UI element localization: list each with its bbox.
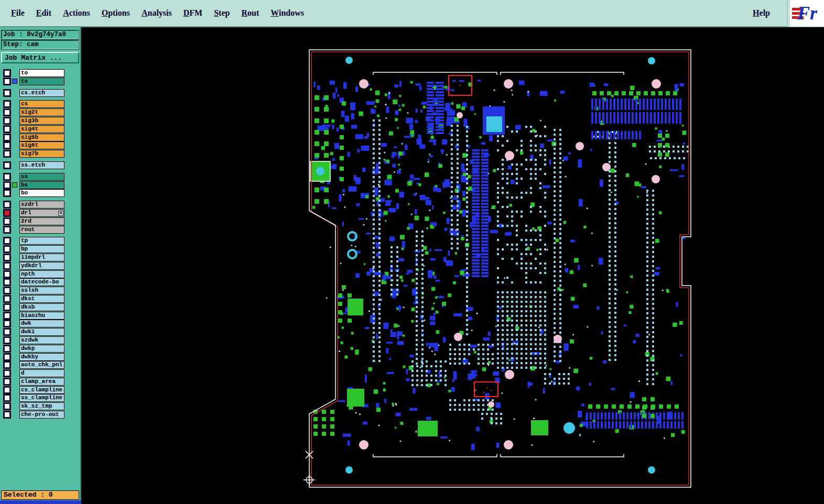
menu-dfm[interactable]: DFM: [178, 6, 208, 20]
layer-visibility-checkbox[interactable]: [3, 394, 11, 402]
layer-label-rout[interactable]: rout: [19, 226, 64, 234]
layer-visibility-checkbox[interactable]: [3, 226, 11, 234]
layer-row-datecode-bo: datecode-bo: [0, 278, 81, 286]
layer-row-sig3b: sig3b: [0, 117, 81, 125]
menu-rout[interactable]: Rout: [235, 6, 265, 20]
layer-visibility-checkbox[interactable]: [3, 353, 11, 361]
layer-label-tp[interactable]: tp: [19, 237, 64, 245]
layer-label-sig3b[interactable]: sig3b: [19, 117, 64, 125]
layer-visibility-checkbox[interactable]: [3, 141, 11, 149]
layer-label-sig5b[interactable]: sig5b: [19, 134, 64, 141]
layer-visibility-checkbox[interactable]: [3, 237, 11, 245]
layer-visibility-checkbox[interactable]: [3, 270, 11, 278]
layer-label-cs[interactable]: cs: [19, 100, 64, 108]
app-logo: Fr: [789, 0, 824, 27]
layer-label-cs.etch[interactable]: cs.etch: [19, 89, 64, 97]
layer-visibility-checkbox[interactable]: [3, 411, 11, 419]
layer-visibility-checkbox[interactable]: [3, 209, 11, 217]
layer-label-bs[interactable]: bs: [19, 181, 64, 189]
layer-label-sig6t[interactable]: sig6t: [19, 141, 64, 149]
layer-row-sig6t: sig6t: [0, 141, 81, 149]
layer-visibility-checkbox[interactable]: [3, 386, 11, 394]
layer-label-npth[interactable]: npth: [19, 270, 64, 278]
layer-label-auto_chk_pnl[interactable]: auto_chk_pnl: [19, 361, 64, 369]
layer-visibility-checkbox[interactable]: [3, 262, 11, 270]
layer-label-ydkdrl[interactable]: ydkdrl: [19, 262, 64, 270]
menu-edit[interactable]: Edit: [30, 6, 57, 20]
layer-label-ts[interactable]: ts: [19, 78, 64, 85]
layer-visibility-checkbox[interactable]: [3, 303, 11, 311]
layer-visibility-checkbox[interactable]: [3, 125, 11, 133]
layer-label-ss_clampline[interactable]: ss_clampline: [19, 394, 64, 402]
layer-visibility-checkbox[interactable]: [3, 100, 11, 108]
layer-visibility-checkbox[interactable]: [3, 181, 11, 189]
layer-visibility-checkbox[interactable]: [3, 287, 11, 294]
menu-analysis[interactable]: Analysis: [136, 6, 178, 20]
layer-label-drl[interactable]: drl⊞: [19, 209, 64, 217]
menu-step[interactable]: Step: [208, 6, 235, 20]
menu-actions[interactable]: Actions: [57, 6, 96, 20]
layer-label-clamp_area[interactable]: clamp_area: [19, 378, 64, 386]
layer-row-2rd: 2rd: [0, 217, 81, 225]
layer-label-cs_clampline[interactable]: cs_clampline: [19, 386, 64, 394]
layer-visibility-checkbox[interactable]: [3, 254, 11, 261]
layer-label-dwk[interactable]: dwk: [19, 320, 64, 327]
layer-visibility-checkbox[interactable]: [3, 217, 11, 225]
layer-label-sslsh[interactable]: sslsh: [19, 287, 64, 294]
layer-visibility-checkbox[interactable]: [3, 89, 11, 97]
layer-label-to[interactable]: to: [19, 69, 64, 77]
layer-visibility-checkbox[interactable]: [3, 117, 11, 125]
layer-label-sig4t[interactable]: sig4t: [19, 125, 64, 133]
layer-label-bo[interactable]: bo: [19, 189, 64, 197]
layer-visibility-checkbox[interactable]: [3, 189, 11, 197]
layer-label-bp[interactable]: bp: [19, 245, 64, 253]
layer-label-2rd[interactable]: 2rd: [19, 217, 64, 225]
layer-visibility-checkbox[interactable]: [3, 201, 11, 209]
layer-row-bo: bo: [0, 189, 81, 197]
layer-label-sk_sz_tmp[interactable]: sk_sz_tmp: [19, 402, 64, 410]
layer-visibility-checkbox[interactable]: [3, 278, 11, 286]
layer-label-dkst[interactable]: dkst: [19, 295, 64, 303]
layer-visibility-checkbox[interactable]: [3, 78, 11, 85]
layer-visibility-checkbox[interactable]: [3, 402, 11, 410]
layer-visibility-checkbox[interactable]: [3, 361, 11, 369]
menu-options[interactable]: Options: [96, 6, 136, 20]
layer-row-sig2t: sig2t: [0, 108, 81, 116]
layer-visibility-checkbox[interactable]: [3, 345, 11, 353]
job-matrix-button[interactable]: Job Matrix ...: [1, 52, 79, 63]
layer-label-szdrl[interactable]: szdrl: [19, 201, 64, 209]
layer-label-dksb[interactable]: dksb: [19, 303, 64, 311]
layer-label-ss.etch[interactable]: ss.etch: [19, 161, 64, 169]
layer-label-dwkby[interactable]: dwkby: [19, 353, 64, 361]
layer-visibility-checkbox[interactable]: [3, 328, 11, 336]
layer-label-dwk1[interactable]: dwk1: [19, 328, 64, 336]
menu-file[interactable]: File: [5, 6, 30, 20]
pcb-view[interactable]: [81, 27, 824, 504]
sidebar: Job : 8v2g74y7a0 Step: cam Job Matrix ..…: [0, 27, 81, 504]
layer-visibility-checkbox[interactable]: [3, 369, 11, 377]
layer-label-11mpdrl[interactable]: 11mpdrl: [19, 254, 64, 261]
layer-visibility-checkbox[interactable]: [3, 295, 11, 303]
layer-visibility-checkbox[interactable]: [3, 69, 11, 77]
layer-label-d[interactable]: d: [19, 369, 64, 377]
layer-visibility-checkbox[interactable]: [3, 150, 11, 158]
layer-visibility-checkbox[interactable]: [3, 108, 11, 116]
layer-visibility-checkbox[interactable]: [3, 173, 11, 181]
layer-label-datecode-bo[interactable]: datecode-bo: [19, 278, 64, 286]
layer-label-biaozhu[interactable]: biaozhu: [19, 312, 64, 320]
layer-visibility-checkbox[interactable]: [3, 320, 11, 327]
layer-visibility-checkbox[interactable]: [3, 378, 11, 386]
menu-help[interactable]: Help: [747, 6, 776, 20]
layer-label-sig7b[interactable]: sig7b: [19, 150, 64, 158]
menu-windows[interactable]: Windows: [265, 6, 310, 20]
layer-label-che-pro-out[interactable]: che-pro-out: [19, 411, 64, 419]
layer-label-szdwk[interactable]: szdwk: [19, 336, 64, 344]
layer-visibility-checkbox[interactable]: [3, 245, 11, 253]
layer-visibility-checkbox[interactable]: [3, 161, 11, 169]
layer-visibility-checkbox[interactable]: [3, 336, 11, 344]
layer-label-dwkp[interactable]: dwkp: [19, 345, 64, 353]
layer-visibility-checkbox[interactable]: [3, 312, 11, 320]
layer-label-ss[interactable]: ss: [19, 173, 64, 181]
layer-visibility-checkbox[interactable]: [3, 134, 11, 141]
layer-label-sig2t[interactable]: sig2t: [19, 108, 64, 116]
